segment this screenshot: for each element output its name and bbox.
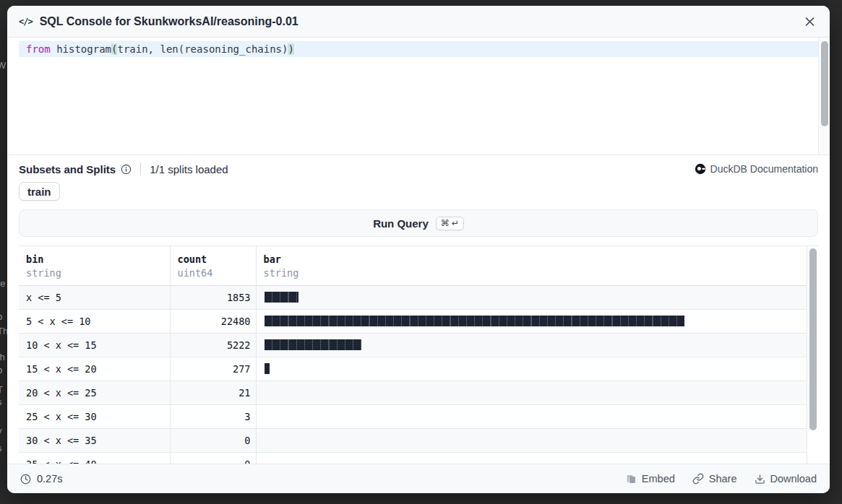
column-type: string	[264, 266, 812, 279]
sql-arguments: train, len(reasoning_chains)	[117, 43, 288, 55]
embed-button[interactable]: Embed	[626, 473, 675, 485]
link-icon	[692, 473, 704, 485]
sql-keyword: from	[26, 43, 51, 55]
bin-cell: 35 < x <= 40	[19, 452, 170, 464]
count-cell: 0	[170, 428, 256, 452]
backdrop-text-fragment: v	[0, 426, 2, 436]
count-cell: 277	[170, 357, 256, 381]
count-cell: 22480	[170, 309, 256, 333]
sql-bracket-close: )	[288, 43, 293, 55]
backdrop-text-fragment: th	[0, 352, 5, 362]
histogram-bar	[265, 292, 299, 303]
bar-cell	[256, 452, 818, 464]
table-row[interactable]: x <= 5 1853	[19, 285, 818, 309]
bar-cell	[256, 381, 818, 404]
backdrop-text-fragment: b	[0, 365, 2, 375]
subsets-row: Subsets and Splits 1/1 splits loaded Duc…	[19, 160, 818, 178]
count-cell: 0	[170, 452, 256, 464]
run-query-label: Run Query	[373, 217, 429, 230]
code-icon: </>	[19, 17, 33, 27]
bar-cell	[256, 428, 818, 452]
column-type: string	[26, 266, 163, 279]
share-button[interactable]: Share	[692, 473, 737, 485]
sql-token	[51, 43, 56, 55]
table-row[interactable]: 25 < x <= 30 3	[19, 404, 818, 428]
backdrop-text-fragment: b	[0, 312, 2, 322]
backdrop-text-fragment: s	[0, 443, 2, 453]
results-table-container: bin string count uint64 bar string	[19, 246, 818, 464]
column-header-bin[interactable]: bin string	[19, 246, 170, 285]
query-duration: 0.27s	[20, 473, 62, 485]
divider	[140, 162, 141, 175]
modal-footer: 0.27s Embed Share Download	[7, 464, 830, 493]
clock-icon	[20, 474, 31, 485]
backdrop-text-fragment: T	[0, 385, 3, 395]
count-cell: 5222	[170, 333, 256, 357]
bar-cell	[256, 285, 818, 309]
bin-cell: 25 < x <= 30	[19, 404, 170, 428]
sql-console-modal: </> SQL Console for SkunkworksAI/reasoni…	[7, 6, 830, 493]
sql-function: histogram	[56, 43, 111, 55]
close-icon	[804, 16, 815, 27]
command-key-icon: ⌘	[441, 218, 450, 228]
duration-value: 0.27s	[37, 473, 62, 485]
modal-title: SQL Console for SkunkworksAI/reasoning-0…	[40, 15, 298, 28]
column-name: count	[178, 253, 249, 266]
editor-scrollbar[interactable]	[818, 38, 830, 155]
column-name: bin	[26, 253, 163, 266]
column-type: uint64	[178, 266, 249, 279]
bin-cell: 20 < x <= 25	[19, 381, 170, 404]
bin-cell: 10 < x <= 15	[19, 333, 170, 357]
embed-icon	[626, 474, 637, 485]
info-icon[interactable]	[121, 164, 132, 175]
histogram-bar	[265, 363, 270, 374]
bin-cell: 15 < x <= 20	[19, 357, 170, 381]
download-label: Download	[770, 473, 817, 485]
splits-list: train	[19, 182, 818, 201]
table-row[interactable]: 30 < x <= 35 0	[19, 428, 818, 452]
count-cell: 21	[170, 381, 256, 404]
bin-cell: x <= 5	[19, 285, 170, 309]
split-badge-train[interactable]: train	[19, 182, 60, 201]
column-header-bar[interactable]: bar string	[256, 246, 818, 285]
histogram-bar	[265, 339, 362, 350]
duckdb-logo-icon	[695, 163, 706, 175]
sql-code-line: from histogram(train, len(reasoning_chai…	[7, 38, 830, 57]
bin-cell: 30 < x <= 35	[19, 428, 170, 452]
download-button[interactable]: Download	[755, 473, 817, 485]
column-name: bar	[264, 253, 812, 266]
bar-cell	[256, 309, 818, 333]
backdrop-text-fragment: s	[0, 397, 2, 407]
run-query-button[interactable]: Run Query ⌘ ↵	[19, 209, 818, 237]
table-header-row: bin string count uint64 bar string	[19, 246, 818, 285]
sql-editor[interactable]: from histogram(train, len(reasoning_chai…	[7, 38, 830, 155]
backdrop-text-fragment: re	[0, 279, 6, 289]
bar-cell	[256, 404, 818, 428]
table-row[interactable]: 10 < x <= 15 5222	[19, 333, 818, 357]
keyboard-shortcut-badge: ⌘ ↵	[436, 217, 464, 230]
bin-cell: 5 < x <= 10	[19, 309, 170, 333]
splits-loaded-text: 1/1 splits loaded	[150, 163, 228, 175]
duckdb-link-label: DuckDB Documentation	[710, 163, 818, 175]
column-header-count[interactable]: count uint64	[170, 246, 256, 285]
table-row[interactable]: 35 < x <= 40 0	[19, 452, 818, 464]
table-scrollbar[interactable]	[807, 246, 818, 464]
close-button[interactable]	[802, 13, 818, 30]
table-row[interactable]: 5 < x <= 10 22480	[19, 309, 818, 333]
console-body: Subsets and Splits 1/1 splits loaded Duc…	[7, 155, 830, 464]
count-cell: 3	[170, 404, 256, 428]
download-icon	[755, 474, 765, 485]
footer-actions: Embed Share Download	[626, 473, 817, 485]
enter-key-icon: ↵	[452, 218, 459, 228]
share-label: Share	[709, 473, 737, 485]
table-scrollbar-thumb[interactable]	[809, 248, 817, 430]
histogram-bar	[265, 316, 684, 326]
table-row[interactable]: 15 < x <= 20 277	[19, 357, 818, 381]
bar-cell	[256, 333, 818, 357]
table-row[interactable]: 20 < x <= 25 21	[19, 381, 818, 404]
editor-scrollbar-thumb[interactable]	[821, 41, 828, 126]
duckdb-documentation-link[interactable]: DuckDB Documentation	[695, 163, 818, 175]
embed-label: Embed	[642, 473, 675, 485]
backdrop-text-fragment: W	[0, 61, 6, 71]
subsets-title: Subsets and Splits	[19, 163, 116, 175]
